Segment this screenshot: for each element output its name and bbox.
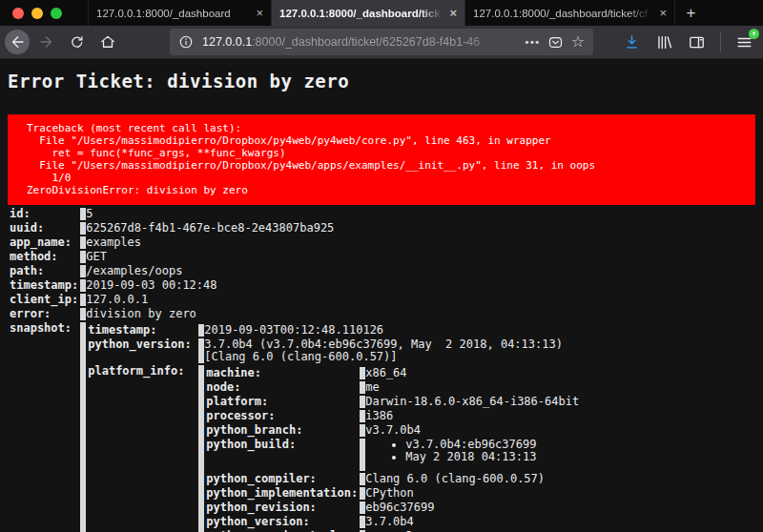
close-icon[interactable]: × <box>659 7 667 19</box>
table-row: python_revision:eb96c37699 <box>206 501 579 514</box>
page-actions-button[interactable]: ••• <box>526 36 541 48</box>
tab-dashboard[interactable]: 127.0.0.1:8000/_dashboard × <box>88 0 271 26</box>
field-label: error: <box>10 308 78 320</box>
reload-button[interactable] <box>69 34 85 51</box>
field-label: path: <box>10 265 78 277</box>
field-label: platform_info: <box>88 365 196 532</box>
bookmark-star-icon[interactable]: ☆ <box>571 34 585 50</box>
reload-icon <box>69 34 85 51</box>
traceback-text: Traceback (most recent call last): File … <box>27 123 748 196</box>
url-host: 127.0.0.1 <box>202 35 252 49</box>
field-label: node: <box>206 381 358 394</box>
field-label: platform: <box>206 396 358 408</box>
tab-ticket-active[interactable]: 127.0.0.1:8000/_dashboard/ticket/62 × <box>271 0 464 26</box>
table-row: processor:i386 <box>206 410 579 422</box>
table-row: method:GET <box>10 251 583 263</box>
tab-bar: 127.0.0.1:8000/_dashboard × 127.0.0.1:80… <box>0 0 763 26</box>
field-value: 5 <box>80 208 583 220</box>
table-row: python_build: v3.7.0b4:eb96c37699May 2 2… <box>206 439 579 471</box>
download-icon <box>623 33 641 51</box>
field-value: CPython <box>360 487 579 500</box>
sidebar-icon <box>688 33 706 51</box>
field-value: examples <box>80 236 583 249</box>
window-close-button[interactable] <box>12 8 24 19</box>
field-label: processor: <box>206 410 358 422</box>
field-value: 625267d8-f4b1-467e-bce8-2e43807ba925 <box>80 222 583 235</box>
plus-icon: + <box>687 4 696 23</box>
page-title: Error Ticket: division by zero <box>8 71 755 92</box>
home-icon <box>99 33 116 51</box>
back-button[interactable] <box>5 30 30 54</box>
table-row: platform:Darwin-18.6.0-x86_64-i386-64bit <box>206 396 579 408</box>
field-value: division by zero <box>80 308 583 320</box>
snapshot-row: snapshot: timestamp:2019-09-03T00:12:48.… <box>10 322 583 532</box>
home-button[interactable] <box>99 33 116 51</box>
tab-title: 127.0.0.1:8000/_dashboard/ticket/62 <box>279 8 443 19</box>
table-row: id:5 <box>10 208 583 220</box>
tab-ticket-2[interactable]: 127.0.0.1:8000/_dashboard/ticket/cf × <box>464 0 674 26</box>
field-value: Darwin-18.6.0-x86_64-i386-64bit <box>360 396 579 408</box>
window-zoom-button[interactable] <box>51 8 62 19</box>
table-row: uuid:625267d8-f4b1-467e-bce8-2e43807ba92… <box>10 222 583 235</box>
field-label: app_name: <box>10 236 78 249</box>
table-row: error:division by zero <box>10 308 583 320</box>
table-row: path:/examples/oops <box>10 265 583 277</box>
field-label: python_implementation: <box>206 487 358 500</box>
field-value: 3.7.0b4 (v3.7.0b4:eb96c37699, May 2 2018… <box>198 338 581 363</box>
field-value: 2019-09-03 00:12:48 <box>80 279 583 292</box>
url-bar[interactable]: 127.0.0.1 :8000/_dashboard/ticket/625267… <box>170 29 593 55</box>
up-arrow-icon <box>750 30 758 38</box>
field-label: python_compiler: <box>206 473 358 485</box>
info-icon[interactable] <box>178 34 194 50</box>
close-icon[interactable]: × <box>256 7 263 19</box>
field-label: python_revision: <box>206 501 358 514</box>
ticket-page: Error Ticket: division by zero Traceback… <box>0 59 763 532</box>
list-item: May 2 2018 04:13:13 <box>405 451 579 463</box>
field-value: x86_64 <box>360 367 579 379</box>
tab-bar-spacer <box>707 0 763 26</box>
menu-button[interactable] <box>735 33 753 51</box>
field-label: id: <box>10 208 78 220</box>
library-button[interactable] <box>655 33 673 51</box>
table-row: python_compiler:Clang 6.0 (clang-600.0.5… <box>206 473 579 485</box>
table-row: node:me <box>206 381 579 394</box>
field-label: client_ip: <box>10 294 78 306</box>
field-label: uuid: <box>10 222 78 235</box>
field-label: timestamp: <box>88 324 196 337</box>
field-label: python_build: <box>206 439 358 471</box>
field-value: v3.7.0b4 <box>360 424 579 437</box>
table-row: python_version:3.7.0b4 <box>206 516 579 528</box>
update-badge <box>749 29 759 39</box>
field-value: me <box>360 381 579 394</box>
download-button[interactable] <box>623 33 641 51</box>
field-label: method: <box>10 251 78 263</box>
table-row: client_ip:127.0.0.1 <box>10 294 583 306</box>
window-minimize-button[interactable] <box>31 8 43 19</box>
field-value: 127.0.0.1 <box>80 294 583 306</box>
bullet-list: v3.7.0b4:eb96c37699May 2 2018 04:13:13 <box>365 439 579 463</box>
platform-value: machine:x86_64 node:me platform:Darwin-1… <box>198 365 581 532</box>
snapshot-table: timestamp:2019-09-03T00:12:48.110126 pyt… <box>86 322 583 532</box>
url-path: :8000/_dashboard/ticket/625267d8-f4b1-46 <box>252 35 521 49</box>
table-row: machine:x86_64 <box>206 367 579 379</box>
close-icon[interactable]: × <box>449 7 457 19</box>
field-value: eb96c37699 <box>360 501 579 514</box>
field-label: python_version: <box>206 516 358 528</box>
field-label: timestamp: <box>10 279 78 292</box>
pocket-icon[interactable] <box>547 34 564 51</box>
sidebar-button[interactable] <box>688 33 706 51</box>
field-value: /examples/oops <box>80 265 583 277</box>
field-value: GET <box>80 251 583 263</box>
field-label: python_version: <box>88 338 196 363</box>
table-row: python_implementation:CPython <box>206 487 579 500</box>
platform-table: machine:x86_64 node:me platform:Darwin-1… <box>204 365 581 532</box>
nav-toolbar: 127.0.0.1 :8000/_dashboard/ticket/625267… <box>0 26 763 59</box>
new-tab-button[interactable]: + <box>674 0 707 26</box>
library-icon <box>655 33 673 51</box>
field-label: python_branch: <box>206 424 358 437</box>
forward-button[interactable] <box>38 33 55 51</box>
toolbar-divider <box>720 32 721 51</box>
window-controls <box>0 0 88 26</box>
tab-title: 127.0.0.1:8000/_dashboard/ticket/cf <box>473 8 653 19</box>
field-value: Clang 6.0 (clang-600.0.57) <box>360 473 579 485</box>
